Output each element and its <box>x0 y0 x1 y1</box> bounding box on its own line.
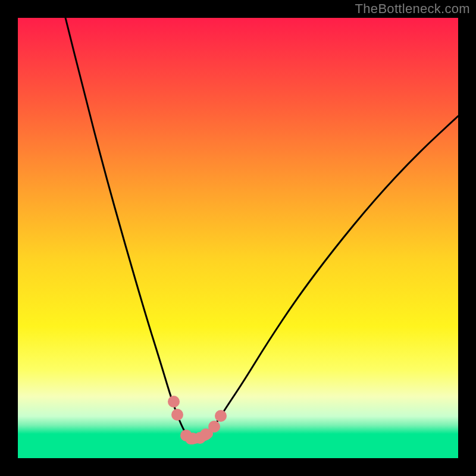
valley-marker <box>171 409 183 421</box>
valley-marker <box>208 421 220 433</box>
watermark-text: TheBottleneck.com <box>355 1 470 17</box>
valley-markers <box>168 396 227 444</box>
chart-curves <box>18 18 458 458</box>
valley-marker <box>215 410 227 422</box>
valley-marker <box>168 396 180 408</box>
right-curve <box>202 116 458 436</box>
left-curve <box>65 18 202 439</box>
chart-frame <box>18 18 458 458</box>
